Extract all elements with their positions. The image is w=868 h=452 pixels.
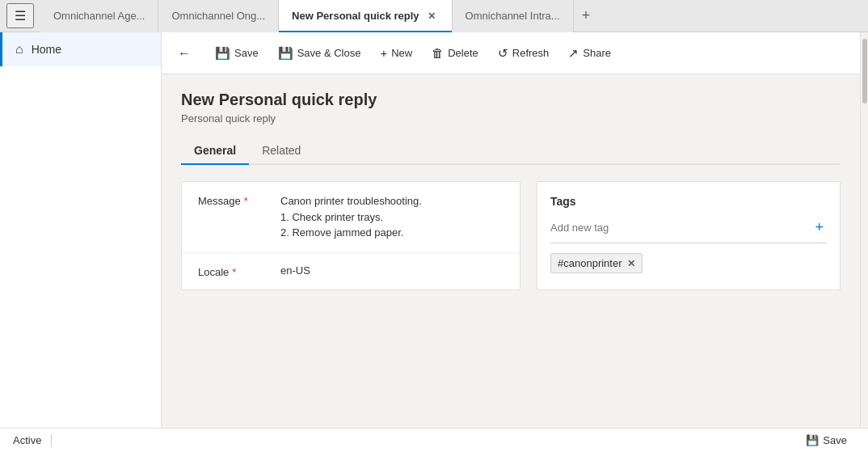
tab-label: Omnichannel Ong...: [171, 10, 265, 22]
back-button[interactable]: ←: [171, 41, 197, 65]
locale-label: Locale*: [198, 264, 271, 278]
tab-label: Omnichannel Intra...: [466, 10, 560, 22]
share-label: Share: [583, 47, 611, 59]
tab-new-personal-quick-reply[interactable]: New Personal quick reply ✕: [279, 0, 453, 32]
add-tag-button[interactable]: +: [811, 219, 827, 236]
hamburger-area: ☰: [0, 3, 40, 28]
tab-omnichannel-ong[interactable]: Omnichannel Ong...: [158, 0, 279, 32]
tab-label: Omnichannel Age...: [53, 10, 145, 22]
tags-title: Tags: [550, 195, 827, 208]
status-left: Active: [13, 434, 52, 447]
delete-icon: 🗑: [432, 46, 444, 60]
save-icon-status: 💾: [806, 434, 819, 446]
list-item: #canonprinter ✕: [550, 253, 643, 273]
required-star: *: [244, 195, 248, 207]
new-label: New: [391, 47, 412, 59]
page-subtitle: Personal quick reply: [181, 112, 841, 125]
sidebar: ⌂ Home: [0, 32, 162, 428]
form-card: Message* Canon printer troubleshooting.1…: [181, 181, 520, 290]
locale-row: Locale* en-US: [182, 253, 520, 289]
new-button[interactable]: + New: [372, 41, 420, 65]
message-scroll-area[interactable]: Canon printer troubleshooting.1. Check p…: [280, 193, 504, 241]
status-badge: Active: [13, 434, 41, 446]
share-button[interactable]: ↗ Share: [560, 41, 619, 65]
save-close-button[interactable]: 💾 Save & Close: [270, 41, 369, 65]
add-tab-button[interactable]: +: [574, 0, 599, 32]
home-icon: ⌂: [15, 42, 23, 57]
tab-bar: ☰ Omnichannel Age... Omnichannel Ong... …: [0, 0, 868, 32]
tags-input[interactable]: [550, 222, 811, 234]
toolbar: ← 💾 Save 💾 Save & Close + New 🗑 Delete ↺…: [162, 32, 860, 74]
locale-value: en-US: [280, 264, 310, 277]
page-content: New Personal quick reply Personal quick …: [162, 74, 860, 428]
save-close-icon: 💾: [278, 46, 293, 61]
tab-label: New Personal quick reply: [292, 10, 419, 22]
refresh-icon: ↺: [498, 46, 508, 61]
delete-button[interactable]: 🗑 Delete: [423, 41, 487, 65]
tags-input-row: +: [550, 219, 827, 243]
tags-list: #canonprinter ✕: [550, 253, 827, 273]
tags-card: Tags + #canonprinter ✕: [537, 181, 841, 290]
tag-label: #canonprinter: [558, 257, 622, 269]
tab-close-icon[interactable]: ✕: [424, 9, 439, 23]
message-row: Message* Canon printer troubleshooting.1…: [182, 182, 520, 253]
refresh-button[interactable]: ↺ Refresh: [490, 41, 558, 65]
save-button[interactable]: 💾 Save: [207, 41, 267, 65]
refresh-label: Refresh: [512, 47, 550, 59]
delete-label: Delete: [448, 47, 478, 59]
scrollbar-thumb: [862, 39, 867, 103]
page-title: New Personal quick reply: [181, 91, 841, 109]
right-scrollbar[interactable]: [860, 32, 868, 428]
tab-omnichannel-intra[interactable]: Omnichannel Intra...: [453, 0, 574, 32]
content-tabs: General Related: [181, 137, 841, 165]
message-value: Canon printer troubleshooting.1. Check p…: [280, 193, 497, 241]
share-icon: ↗: [568, 46, 579, 61]
sidebar-home-label: Home: [32, 43, 61, 56]
save-close-label: Save & Close: [297, 47, 361, 59]
tab-related[interactable]: Related: [249, 137, 314, 165]
status-bar: Active 💾 Save: [0, 428, 868, 452]
tab-omnichannel-age[interactable]: Omnichannel Age...: [40, 0, 158, 32]
app-body: ⌂ Home ← 💾 Save 💾 Save & Close + New 🗑 D…: [0, 32, 868, 428]
required-star-locale: *: [232, 266, 236, 278]
message-label: Message*: [198, 193, 271, 207]
save-label: Save: [234, 47, 259, 59]
new-icon: +: [380, 46, 387, 60]
form-layout: Message* Canon printer troubleshooting.1…: [181, 181, 841, 290]
status-divider: [51, 434, 52, 447]
status-save-button[interactable]: 💾 Save: [798, 431, 855, 450]
status-save-label: Save: [823, 434, 847, 446]
save-icon: 💾: [215, 46, 230, 61]
main-area: ← 💾 Save 💾 Save & Close + New 🗑 Delete ↺…: [162, 32, 860, 428]
tag-remove-button[interactable]: ✕: [627, 258, 635, 269]
message-wrapper: Canon printer troubleshooting.1. Check p…: [280, 193, 504, 241]
tab-general[interactable]: General: [181, 137, 249, 165]
hamburger-menu[interactable]: ☰: [6, 3, 34, 28]
sidebar-item-home[interactable]: ⌂ Home: [0, 32, 161, 66]
